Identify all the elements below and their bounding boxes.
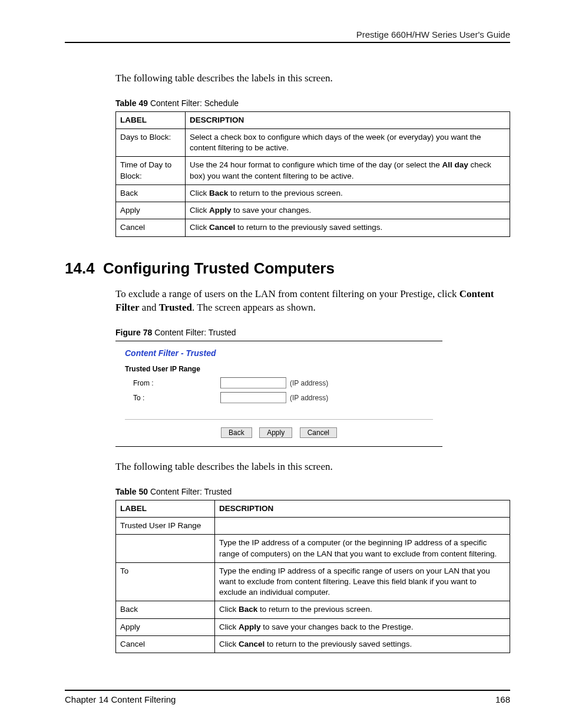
cell-desc-pre: Click [190, 189, 209, 197]
cell-desc-bold: Back [239, 605, 257, 614]
cell-desc: Click Back to return to the previous scr… [215, 601, 510, 618]
section-number: 14.4 [65, 259, 95, 277]
table49-head-desc: DESCRIPTION [186, 111, 510, 129]
from-ip-input[interactable] [220, 377, 286, 388]
intro-paragraph-1: The following table describes the labels… [115, 71, 510, 85]
table50-head-label: LABEL [116, 500, 215, 517]
cell-desc: Click Cancel to return to the previously… [215, 635, 510, 653]
table-row: Apply Click Apply to save your changes. [116, 202, 510, 219]
cell-desc: Select a check box to configure which da… [186, 129, 510, 157]
figure78-to-row: To : (IP address) [115, 390, 442, 405]
figure78-caption: Figure 78 Content Filter: Trusted [115, 328, 510, 337]
cell-desc: Click Cancel to return to the previously… [186, 219, 510, 236]
figure78-caption-rest: Content Filter: Trusted [152, 328, 236, 337]
cell-desc-bold: Cancel [239, 640, 265, 648]
table49: LABEL DESCRIPTION Days to Block: Select … [115, 111, 510, 237]
cancel-button[interactable]: Cancel [300, 427, 337, 438]
cell-desc: Click Apply to save your changes. [186, 202, 510, 219]
cell-desc-post: to save your changes back to the Prestig… [261, 622, 414, 631]
from-label: From : [125, 379, 220, 387]
cell-label: Back [116, 601, 215, 618]
cell-label: Cancel [116, 635, 215, 653]
section-body: To exclude a range of users on the LAN f… [115, 287, 510, 315]
table50-head-desc: DESCRIPTION [215, 500, 510, 517]
figure78-heading: Content Filter - Trusted [115, 341, 442, 365]
table49-caption: Table 49 Content Filter: Schedule [115, 98, 510, 108]
cell-desc: Use the 24 hour format to configure whic… [186, 157, 510, 185]
cell-label: Cancel [116, 219, 186, 236]
table-row: Cancel Click Cancel to return to the pre… [116, 219, 510, 236]
table49-head-label: LABEL [116, 111, 186, 129]
table50-head-row: LABEL DESCRIPTION [116, 500, 510, 517]
figure78-from-row: From : (IP address) [115, 375, 442, 390]
table-row: Back Click Back to return to the previou… [116, 185, 510, 202]
table49-head-row: LABEL DESCRIPTION [116, 111, 510, 129]
to-hint: (IP address) [290, 394, 328, 402]
table50-caption: Table 50 Content Filter: Trusted [115, 487, 510, 496]
figure78-caption-bold: Figure 78 [115, 328, 152, 337]
table49-caption-rest: Content Filter: Schedule [148, 98, 239, 108]
footer-right: 168 [495, 694, 510, 704]
cell-desc: Click Apply to save your changes back to… [215, 618, 510, 635]
intro-paragraph-2: The following table describes the labels… [115, 460, 510, 474]
section-title: Configuring Trusted Computers [103, 259, 335, 277]
cell-desc: Type the ending IP address of a specific… [215, 562, 510, 601]
cell-desc-bold: Apply [239, 622, 261, 631]
cell-desc-pre: Click [190, 223, 209, 232]
cell-desc-post: to return to the previous screen. [228, 189, 342, 197]
page-header: Prestige 660H/HW Series User's Guide [65, 29, 510, 42]
cell-label: Apply [116, 202, 186, 219]
footer-left: Chapter 14 Content Filtering [65, 694, 176, 704]
from-hint: (IP address) [290, 379, 328, 387]
to-label: To : [125, 394, 220, 402]
table-row: To Type the ending IP address of a speci… [116, 562, 510, 601]
figure78-buttons: Back Apply Cancel [115, 420, 442, 446]
cell-desc-post: to return to the previously saved settin… [235, 223, 382, 232]
cell-desc: Type the IP address of a computer (or th… [215, 535, 510, 562]
figure78-range-label: Trusted User IP Range [115, 365, 442, 375]
cell-label [116, 535, 215, 562]
cell-desc-pre: Click [219, 640, 239, 648]
section-body-b2: Trusted [159, 302, 192, 313]
table49-caption-bold: Table 49 [115, 98, 148, 108]
cell-label: Trusted User IP Range [116, 518, 215, 535]
cell-label: Days to Block: [116, 129, 186, 157]
cell-desc-pre: Click [190, 206, 209, 215]
section-body-mid: and [140, 302, 159, 313]
cell-desc-bold: Back [209, 189, 228, 197]
table50-caption-bold: Table 50 [115, 487, 148, 496]
cell-desc-post: to return to the previous screen. [257, 605, 372, 614]
back-button[interactable]: Back [221, 427, 252, 438]
cell-desc-post: to save your changes. [232, 206, 312, 215]
table50: LABEL DESCRIPTION Trusted User IP Range … [115, 500, 510, 653]
table-row: Days to Block: Select a check box to con… [116, 129, 510, 157]
cell-desc [215, 518, 510, 535]
page-footer: Chapter 14 Content Filtering 168 [65, 691, 510, 704]
table-row: Apply Click Apply to save your changes b… [116, 618, 510, 635]
cell-desc-pre: Click [219, 605, 239, 614]
section-body-post: . The screen appears as shown. [192, 302, 316, 313]
table-row: Back Click Back to return to the previou… [116, 601, 510, 618]
cell-desc-pre: Use the 24 hour format to configure whic… [190, 160, 442, 169]
cell-label: To [116, 562, 215, 601]
cell-desc-bold: Apply [209, 206, 232, 215]
table-row: Trusted User IP Range [116, 518, 510, 535]
apply-button[interactable]: Apply [259, 427, 292, 438]
table50-caption-rest: Content Filter: Trusted [148, 487, 232, 496]
section-body-pre: To exclude a range of users on the LAN f… [115, 288, 459, 299]
header-rule [65, 42, 510, 43]
table-row: Cancel Click Cancel to return to the pre… [116, 635, 510, 653]
cell-label: Back [116, 185, 186, 202]
cell-desc-post: to return to the previously saved settin… [265, 640, 412, 648]
cell-desc: Click Back to return to the previous scr… [186, 185, 510, 202]
section-heading: 14.4 Configuring Trusted Computers [65, 259, 510, 278]
cell-desc-bold: Cancel [209, 223, 235, 232]
to-ip-input[interactable] [220, 392, 286, 403]
cell-desc-bold: All day [442, 160, 468, 169]
table-row: Time of Day to Block: Use the 24 hour fo… [116, 157, 510, 185]
cell-label: Time of Day to Block: [116, 157, 186, 185]
cell-desc-pre: Click [219, 622, 239, 631]
cell-label: Apply [116, 618, 215, 635]
figure78-box: Content Filter - Trusted Trusted User IP… [115, 341, 442, 447]
table-row: Type the IP address of a computer (or th… [116, 535, 510, 562]
